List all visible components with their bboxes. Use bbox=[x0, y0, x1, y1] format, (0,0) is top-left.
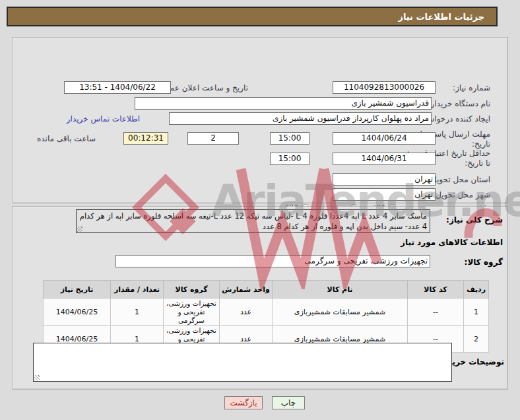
back-button[interactable]: بازگشت bbox=[224, 396, 263, 409]
col-header-row-number: ردیف bbox=[464, 281, 489, 298]
col-header-quantity: تعداد / مقدار bbox=[111, 281, 164, 298]
col-header-need-date: تاریخ نیاز bbox=[44, 281, 111, 298]
page-title-bar: جزئیات اطلاعات نیاز bbox=[7, 7, 498, 26]
price-validity-time-field[interactable]: 15:00 bbox=[270, 153, 309, 165]
col-header-unit: واحد شمارش bbox=[220, 281, 273, 298]
cell-quantity: 1 bbox=[111, 298, 164, 326]
table-row[interactable]: 1 -- شمشیر مسابقات شمشیربازی عدد تجهیزات… bbox=[44, 298, 489, 326]
items-table: ردیف کد کالا نام کالا واحد شمارش گروه کا… bbox=[43, 280, 489, 353]
col-header-item-code: کد کالا bbox=[408, 281, 464, 298]
buyer-notes-textarea[interactable] bbox=[33, 343, 452, 382]
buyer-name-label: نام دستگاه خریدار: bbox=[428, 99, 491, 108]
cell-need-date: 1404/06/25 bbox=[44, 298, 111, 326]
resize-grip-icon[interactable] bbox=[77, 227, 82, 232]
buyer-contact-link[interactable]: اطلاعات تماس خریدار bbox=[67, 114, 140, 123]
countdown-time-suffix: ساعت باقی مانده bbox=[37, 134, 96, 143]
countdown-time-field: 00:12:31 bbox=[123, 132, 168, 145]
item-group-field[interactable]: تجهیزات ورزشی، تفریحی و سرگرمی bbox=[115, 255, 430, 267]
cell-item-code: -- bbox=[408, 298, 464, 326]
price-validity-date-field[interactable]: 1404/06/31 bbox=[333, 153, 436, 165]
need-number-field[interactable]: 1104092813000026 bbox=[333, 81, 436, 94]
resize-grip-icon[interactable] bbox=[34, 375, 40, 380]
response-deadline-date-field[interactable]: 1404/06/24 bbox=[333, 132, 436, 145]
description-label: شرح کلی نیاز: bbox=[446, 215, 503, 225]
col-header-item-group: گروه کالا bbox=[164, 281, 220, 298]
page-title: جزئیات اطلاعات نیاز bbox=[398, 12, 484, 22]
description-textarea[interactable]: ماسک سابر 4 عدد L اپه 4عددا فلوره L 4 -ل… bbox=[76, 209, 430, 233]
city-label: شهر محل تحویل: bbox=[433, 190, 490, 199]
items-section-title: اطلاعات کالاهای مورد نیاز bbox=[401, 238, 503, 247]
cell-item-name: شمشیر مسابقات شمشیربازی bbox=[273, 298, 408, 326]
countdown-days-field: 2 bbox=[187, 132, 239, 145]
items-table-header-row: ردیف کد کالا نام کالا واحد شمارش گروه کا… bbox=[44, 281, 489, 298]
cell-unit: عدد bbox=[220, 298, 273, 326]
request-creator-field[interactable]: مراد ده پهلوان کارپرداز فدراسیون شمشیر ب… bbox=[169, 112, 432, 125]
province-field[interactable]: تهران bbox=[333, 173, 436, 186]
cell-row-number: 1 bbox=[464, 298, 489, 326]
need-info-groupbox: شماره نیاز: 1104092813000026 تاریخ و ساع… bbox=[12, 37, 508, 203]
print-button[interactable]: چاپ bbox=[272, 396, 305, 409]
response-deadline-time-field[interactable]: 15:00 bbox=[270, 132, 309, 145]
need-details-page: جزئیات اطلاعات نیاز شماره نیاز: 11040928… bbox=[0, 0, 520, 420]
description-text: ماسک سابر 4 عدد L اپه 4عددا فلوره L 4 -ل… bbox=[80, 211, 427, 231]
announce-datetime-field[interactable]: 1404/06/22 - 13:51 bbox=[64, 81, 171, 94]
item-group-label: گروه کالا: bbox=[465, 258, 503, 267]
province-label: استان محل تحویل: bbox=[428, 175, 490, 184]
cell-item-group: تجهیزات ورزشی، تفریحی و سرگرمی bbox=[164, 298, 220, 326]
city-field[interactable]: تهران bbox=[333, 188, 436, 201]
need-number-label: شماره نیاز: bbox=[453, 83, 490, 92]
cell-row-number: 2 bbox=[464, 326, 489, 353]
buyer-name-field[interactable]: فدراسیون شمشیر بازی bbox=[135, 97, 432, 110]
col-header-item-name: نام کالا bbox=[273, 281, 408, 298]
